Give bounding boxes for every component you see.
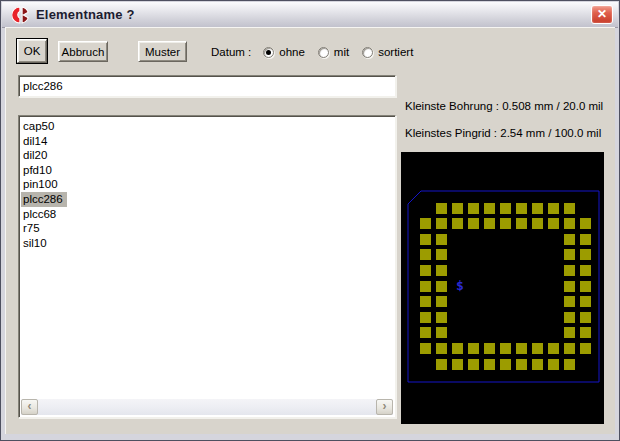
element-name-value: plcc286 — [23, 80, 63, 92]
scroll-left-arrow-icon[interactable]: ‹ — [21, 399, 38, 415]
footprint-pad — [548, 343, 559, 354]
footprint-pad — [484, 359, 495, 370]
footprint-pad — [468, 343, 479, 354]
footprint-pad — [452, 359, 463, 370]
footprint-pad — [420, 327, 431, 338]
dialog-client-area: OK Abbruch Muster Datum : ohnemitsortier… — [5, 27, 615, 434]
footprint-pad — [420, 249, 431, 260]
footprint-pad — [580, 234, 591, 245]
close-icon: ✕ — [597, 7, 607, 21]
close-button[interactable]: ✕ — [591, 5, 613, 24]
footprint-pad — [564, 218, 575, 229]
footprint-pad — [532, 359, 543, 370]
scroll-right-arrow-icon[interactable]: › — [376, 399, 393, 415]
footprint-pad — [436, 234, 447, 245]
footprint-origin-label: $ — [456, 278, 464, 293]
datum-label: Datum : — [211, 46, 251, 58]
titlebar: Elementname ? ✕ — [2, 2, 618, 28]
footprint-pad — [436, 327, 447, 338]
min-pingrid-info: Kleinstes Pingrid : 2.54 mm / 100.0 mil — [405, 127, 601, 139]
footprint-pad — [580, 296, 591, 307]
footprint-pad — [436, 281, 447, 292]
ok-button[interactable]: OK — [17, 39, 47, 63]
footprint-pad — [532, 343, 543, 354]
footprint-pad — [468, 203, 479, 214]
footprint-pad — [580, 249, 591, 260]
list-item[interactable]: pin100 — [21, 177, 62, 192]
footprint-pad — [580, 343, 591, 354]
footprint-pad — [564, 359, 575, 370]
footprint-pad — [532, 218, 543, 229]
footprint-pad — [484, 218, 495, 229]
footprint-preview: $ — [401, 152, 604, 424]
datum-radio-label-mit[interactable]: mit — [334, 46, 349, 58]
footprint-pad — [420, 218, 431, 229]
footprint-pad — [564, 203, 575, 214]
datum-radio-label-sortiert[interactable]: sortiert — [378, 46, 413, 58]
footprint-pad — [564, 281, 575, 292]
footprint-pad — [468, 218, 479, 229]
footprint-pad — [516, 359, 527, 370]
footprint-pad — [564, 327, 575, 338]
footprint-pad — [436, 359, 447, 370]
footprint-pad — [548, 218, 559, 229]
list-item[interactable]: dil20 — [21, 148, 51, 163]
horizontal-scrollbar[interactable]: ‹ › — [21, 399, 393, 415]
footprint-pad — [452, 218, 463, 229]
footprint-pad — [452, 203, 463, 214]
footprint-pad — [436, 343, 447, 354]
list-item[interactable]: plcc68 — [21, 207, 60, 222]
dialog-window: Elementname ? ✕ OK Abbruch Muster Datum … — [0, 0, 620, 441]
footprint-pad — [564, 296, 575, 307]
element-name-input[interactable]: plcc286 — [18, 75, 396, 97]
footprint-pad — [468, 359, 479, 370]
footprint-pad — [564, 312, 575, 323]
min-drill-info: Kleinste Bohrung : 0.508 mm / 20.0 mil — [405, 100, 603, 112]
footprint-pad — [564, 234, 575, 245]
footprint-pad — [580, 281, 591, 292]
element-listbox[interactable]: cap50dil14dil20pfd10pin100plcc286plcc68r… — [18, 115, 396, 418]
list-item[interactable]: dil14 — [21, 134, 51, 149]
list-item[interactable]: r75 — [21, 221, 44, 236]
list-item[interactable]: sil10 — [21, 236, 51, 251]
footprint-pad — [564, 249, 575, 260]
footprint-pad — [484, 343, 495, 354]
app-icon — [12, 6, 30, 24]
datum-radio-mit[interactable] — [318, 47, 329, 58]
footprint-pad — [420, 343, 431, 354]
list-item[interactable]: cap50 — [21, 119, 58, 134]
footprint-pad — [436, 296, 447, 307]
footprint-pad — [436, 249, 447, 260]
footprint-pad — [564, 343, 575, 354]
footprint-pad — [516, 203, 527, 214]
footprint-pad — [580, 218, 591, 229]
list-item[interactable]: plcc286 — [21, 192, 67, 207]
footprint-pad — [436, 312, 447, 323]
footprint-pad — [420, 265, 431, 276]
datum-radio-sortiert[interactable] — [362, 47, 373, 58]
footprint-pad — [564, 265, 575, 276]
abbruch-button[interactable]: Abbruch — [58, 41, 108, 62]
footprint-pad — [500, 203, 511, 214]
footprint-pad — [500, 359, 511, 370]
muster-button[interactable]: Muster — [138, 41, 187, 62]
footprint-pad — [548, 359, 559, 370]
footprint-pad — [436, 203, 447, 214]
footprint-pad — [420, 312, 431, 323]
list-item[interactable]: pfd10 — [21, 163, 56, 178]
footprint-pad — [500, 218, 511, 229]
footprint-pad — [420, 281, 431, 292]
footprint-pad — [548, 203, 559, 214]
datum-radio-ohne[interactable] — [263, 47, 274, 58]
footprint-pad — [580, 265, 591, 276]
footprint-pad — [516, 343, 527, 354]
footprint-pad — [516, 218, 527, 229]
datum-radio-label-ohne[interactable]: ohne — [279, 46, 305, 58]
datum-radio-group: Datum : ohnemitsortiert — [211, 44, 426, 60]
footprint-pad — [484, 203, 495, 214]
footprint-pad — [452, 343, 463, 354]
footprint-pad — [580, 312, 591, 323]
footprint-pad — [532, 203, 543, 214]
footprint-pad — [420, 234, 431, 245]
window-title: Elementname ? — [36, 7, 135, 22]
